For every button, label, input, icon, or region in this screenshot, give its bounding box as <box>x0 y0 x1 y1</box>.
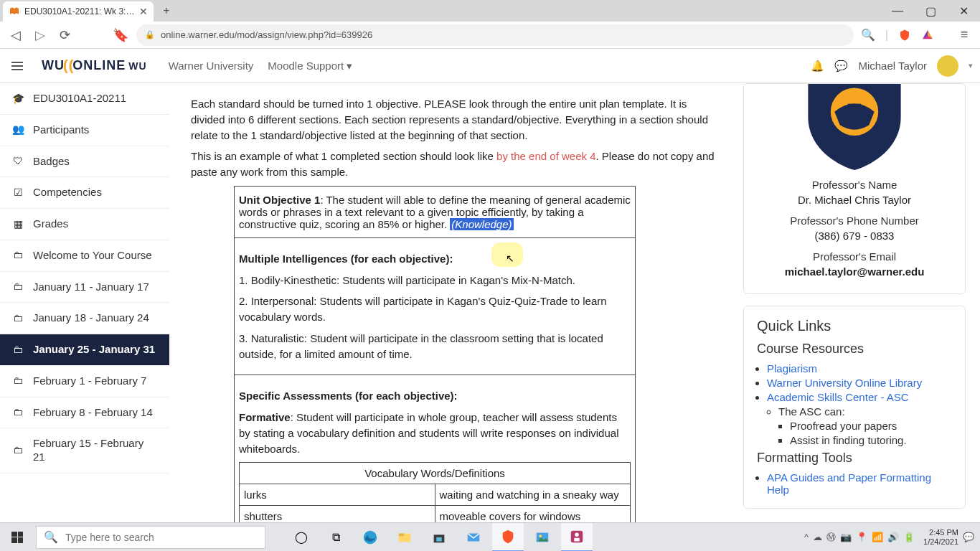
sidebar-item[interactable]: ☑Competencies <box>0 177 169 209</box>
link-apa-guides[interactable]: APA Guides and Paper Formatting Help <box>767 471 931 496</box>
sidebar-item[interactable]: 🗀January 25 - January 31 <box>0 334 169 366</box>
notifications-icon[interactable]: 🔔 <box>811 60 824 72</box>
formatting-heading: Formatting Tools <box>757 451 952 466</box>
tray-expand-icon[interactable]: ^ <box>804 532 809 542</box>
svg-rect-5 <box>399 533 404 536</box>
bookmark-icon[interactable]: 🔖 <box>112 27 129 43</box>
sidebar-item-label: Participants <box>33 123 89 137</box>
link-asc[interactable]: Academic Skills Center - ASC <box>767 391 909 403</box>
address-bar[interactable]: 🔒 online.warner.edu/mod/assign/view.php?… <box>136 24 854 46</box>
mail-icon[interactable] <box>458 523 489 552</box>
sidebar-item[interactable]: ▦Grades <box>0 209 169 240</box>
browser-toolbar: ◁ ▷ ⟳ 🔖 🔒 online.warner.edu/mod/assign/v… <box>0 22 980 49</box>
windows-logo-icon <box>11 532 23 543</box>
messages-icon[interactable]: 💬 <box>834 60 848 72</box>
sidebar-item[interactable]: 🗀January 11 - January 17 <box>0 272 169 303</box>
sidebar-item[interactable]: 🗀February 1 - February 7 <box>0 366 169 397</box>
sidebar-item-icon: 🗀 <box>11 444 24 457</box>
svg-point-3 <box>364 530 377 543</box>
photos-icon[interactable] <box>527 523 558 552</box>
brave-rewards-icon[interactable] <box>921 29 934 42</box>
brave-shields-icon[interactable] <box>898 29 911 42</box>
recorder-icon[interactable] <box>561 523 593 552</box>
start-button[interactable] <box>0 523 34 552</box>
camera-priv-icon[interactable]: 📍 <box>856 532 867 542</box>
os-taskbar: 🔍 ◯ ⧉ ^ ☁ Ⓜ 📷 📍 📶 🔊 🔋 2:45 PM 1/24/2021 … <box>0 522 980 551</box>
store-icon[interactable] <box>423 523 455 552</box>
sidebar-item-label: January 11 - January 17 <box>33 281 149 294</box>
sidebar-item[interactable]: 🗀Welcome to Your Course <box>0 240 169 272</box>
explorer-icon[interactable] <box>389 523 420 552</box>
svg-rect-13 <box>574 537 579 541</box>
sidebar-item[interactable]: 🎓EDU3010A1-20211 <box>0 83 169 115</box>
reload-button[interactable]: ⟳ <box>56 27 73 43</box>
school-shield-icon <box>755 84 953 170</box>
battery-icon[interactable]: 🔋 <box>903 532 915 542</box>
brave-app-icon[interactable] <box>492 523 524 552</box>
unit-plan-table: Unit Objective 1: The student will able … <box>234 186 636 522</box>
action-center-icon[interactable]: 💬 <box>963 532 974 542</box>
objective-cell: Unit Objective 1: The student will able … <box>235 186 636 237</box>
nav-moodle-support[interactable]: Moodle Support ▾ <box>265 55 355 77</box>
zoom-icon[interactable]: 🔍 <box>861 28 875 42</box>
sidebar-item[interactable]: 🗀February 15 - February 21 <box>0 428 169 474</box>
sidebar-item[interactable]: 🛡Badges <box>0 146 169 178</box>
meet-now-icon[interactable]: 📷 <box>840 532 852 542</box>
nav-warner-university[interactable]: Warner University <box>166 55 257 77</box>
clock-date: 1/24/2021 <box>923 537 958 547</box>
user-area: 🔔 💬 Michael Taylor ▾ <box>811 55 973 77</box>
mcafee-icon[interactable]: Ⓜ <box>826 531 836 544</box>
user-menu-caret-icon[interactable]: ▾ <box>969 61 973 70</box>
prof-email-label: Professor's Email <box>755 250 953 263</box>
forward-button[interactable]: ▷ <box>32 27 49 43</box>
new-tab-button[interactable]: + <box>158 2 175 19</box>
browser-tab[interactable]: EDU3010A1-20211: Wk 3: Unit Pla… ✕ <box>3 1 154 22</box>
maximize-button[interactable]: ▢ <box>914 0 947 22</box>
avatar[interactable] <box>937 55 958 77</box>
logo-text-sub: WU <box>128 60 146 72</box>
svg-rect-2 <box>857 104 862 106</box>
sample-link[interactable]: by the end of week 4 <box>496 150 595 162</box>
task-view-icon[interactable]: ⧉ <box>320 523 352 552</box>
minimize-button[interactable]: — <box>881 0 914 22</box>
volume-icon[interactable]: 🔊 <box>887 532 899 542</box>
window-controls: — ▢ ✕ <box>881 0 980 22</box>
cortana-icon[interactable]: ◯ <box>286 523 317 552</box>
link-plagiarism[interactable]: Plagiarism <box>767 362 817 375</box>
sidebar-item-icon: 🗀 <box>11 249 24 262</box>
svg-rect-1 <box>848 104 852 106</box>
os-search-box[interactable]: 🔍 <box>36 526 265 549</box>
url-text: online.warner.edu/mod/assign/view.php?id… <box>161 29 372 40</box>
sidebar-item-icon: 🗀 <box>11 375 24 387</box>
right-column: Professor's Name Dr. Michael Chris Taylo… <box>736 83 980 522</box>
asc-tutoring: Assist in finding tutoring. <box>790 434 952 446</box>
wifi-icon[interactable]: 📶 <box>872 532 883 542</box>
moodle-favicon <box>9 6 20 17</box>
sidebar-item[interactable]: 🗀January 18 - January 24 <box>0 303 169 334</box>
sidebar-item-label: Welcome to Your Course <box>33 249 152 263</box>
edge-icon[interactable] <box>354 523 386 552</box>
sidebar-item-icon: 🗀 <box>11 281 24 293</box>
objective-label: Unit Objective 1 <box>239 194 320 206</box>
back-button[interactable]: ◁ <box>7 27 24 43</box>
knowledge-selection: (Knowledge) <box>450 218 513 230</box>
user-name-label: Michael Taylor <box>858 60 927 72</box>
svg-point-12 <box>575 532 579 537</box>
sidebar-item[interactable]: 👥Participants <box>0 115 169 146</box>
sidebar-item-label: January 25 - January 31 <box>33 343 155 357</box>
sidebar: 🎓EDU3010A1-20211👥Participants🛡Badges☑Com… <box>0 83 169 522</box>
main-content[interactable]: ↖ Each standard should be turned into 1 … <box>169 83 736 522</box>
sidebar-item-label: Badges <box>33 155 70 169</box>
formative-text: : Student will participate in whole grou… <box>239 411 618 455</box>
os-search-input[interactable] <box>65 532 258 543</box>
close-window-button[interactable]: ✕ <box>947 0 980 22</box>
hamburger-menu[interactable] <box>0 49 34 83</box>
settings-menu-icon[interactable]: ≡ <box>956 27 973 42</box>
site-logo[interactable]: WU (( ONLINE WU <box>42 57 147 74</box>
tab-close-icon[interactable]: ✕ <box>139 6 148 17</box>
clock[interactable]: 2:45 PM 1/24/2021 <box>923 528 958 546</box>
sidebar-item[interactable]: 🗀February 8 - February 14 <box>0 397 169 429</box>
link-library[interactable]: Warner University Online Library <box>767 377 922 389</box>
vocab-row: lurkswaiting and watching in a sneaky wa… <box>240 484 631 506</box>
onedrive-icon[interactable]: ☁ <box>813 532 822 542</box>
